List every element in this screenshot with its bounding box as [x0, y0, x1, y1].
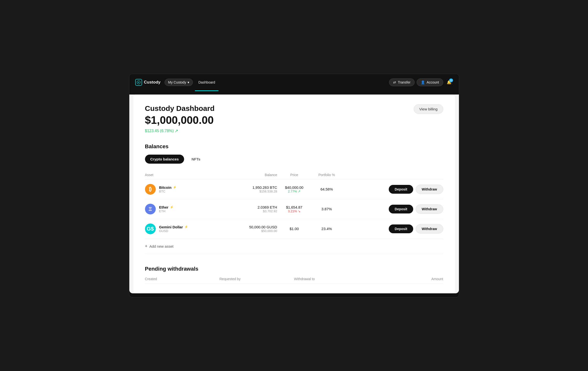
tab-crypto-balances[interactable]: Crypto balances	[145, 155, 184, 164]
content-card: Custody Dashboard $1,000,000.00 $123.45 …	[133, 95, 455, 293]
arrow-down-icon: ↘	[298, 209, 300, 213]
action-cell-btc: Deposit Withdraw	[342, 185, 443, 194]
asset-symbol-eth: ETH	[159, 209, 174, 213]
price-main-btc: $40,000.00	[277, 185, 311, 190]
change-amount: $123.45	[145, 129, 159, 133]
view-billing-button[interactable]: View billing	[414, 104, 443, 114]
asset-name-eth: Ether ⚡	[159, 205, 174, 209]
asset-symbol-btc: BTC	[159, 190, 177, 193]
deposit-button-gusd[interactable]: Deposit	[389, 224, 413, 233]
value-change: $123.45 (6.78%) ↗	[145, 128, 215, 134]
page-title: Custody Dashboard	[145, 104, 215, 113]
nav-mycustody[interactable]: My Custody ▾	[165, 79, 193, 86]
tab-nfts[interactable]: NFTs	[186, 155, 206, 164]
deposit-button-btc[interactable]: Deposit	[389, 185, 413, 194]
asset-table: Asset Balance Price Portfolio % ₿ Bit	[145, 170, 443, 239]
arrow-up-icon: ↗	[298, 190, 300, 193]
balance-main-eth: 2.0369 ETH	[225, 205, 277, 209]
price-change-btc: 2.77% ↗	[277, 190, 311, 193]
pending-col-amount: Amount	[369, 277, 443, 281]
coin-icon-gusd: G$	[145, 223, 156, 234]
coin-icon-eth: Ξ	[145, 204, 156, 214]
asset-cell-gusd: G$ Gemini Dollar ⚡ GUSD	[145, 223, 225, 234]
action-cell-eth: Deposit Withdraw	[342, 204, 443, 214]
add-asset-row[interactable]: + Add new asset	[145, 239, 443, 254]
change-percent: (6.78%)	[160, 129, 174, 133]
total-value: $1,000,000.00	[145, 114, 215, 126]
pending-col-withdrawal: Withdrawal to	[294, 277, 369, 281]
balance-main-btc: 1,950.283 BTC	[225, 185, 277, 190]
arrow-up-icon: ↗	[175, 128, 178, 134]
table-row: Ξ Ether ⚡ ETH 2.0369 ETH $3,702.92 $1,65…	[145, 199, 443, 219]
nav-dashboard-label: Dashboard	[198, 80, 215, 84]
withdraw-button-eth[interactable]: Withdraw	[416, 204, 443, 214]
table-header-row: Asset Balance Price Portfolio %	[145, 170, 443, 180]
top-nav: Custody My Custody ▾ Dashboard ⇄ Transfe…	[129, 74, 459, 91]
account-label: Account	[427, 80, 439, 84]
dashboard-info: Custody Dashboard $1,000,000.00 $123.45 …	[145, 104, 215, 134]
balances-title: Balances	[145, 143, 443, 150]
pending-col-requested: Requested by	[220, 277, 294, 281]
col-balance: Balance	[225, 170, 277, 180]
chevron-down-icon: ▾	[188, 80, 189, 84]
table-row: G$ Gemini Dollar ⚡ GUSD 50,000.00 GUSD $…	[145, 219, 443, 239]
col-portfolio: Portfolio %	[311, 170, 342, 180]
notifications-button[interactable]: 🔔 10	[445, 78, 453, 86]
asset-symbol-gusd: GUSD	[159, 229, 188, 233]
flash-icon-btc: ⚡	[173, 186, 177, 189]
coin-icon-btc: ₿	[145, 184, 156, 195]
add-asset-label: Add new asset	[149, 244, 173, 248]
main-content: Custody Dashboard $1,000,000.00 $123.45 …	[129, 95, 459, 293]
asset-cell-btc: ₿ Bitcoin ⚡ BTC	[145, 184, 225, 195]
account-button[interactable]: 👤 Account	[417, 78, 443, 86]
transfer-button[interactable]: ⇄ Transfer	[389, 78, 415, 86]
withdraw-button-btc[interactable]: Withdraw	[416, 185, 443, 194]
balance-main-gusd: 50,000.00 GUSD	[225, 225, 277, 229]
pending-table-header: Created Requested by Withdrawal to Amoun…	[145, 277, 443, 284]
pending-withdrawals-title: Pending withdrawals	[145, 266, 443, 272]
brand-label: Custody	[144, 80, 161, 85]
transfer-label: Transfer	[398, 80, 410, 84]
portfolio-btc: 64.58%	[311, 179, 342, 199]
portfolio-gusd: 23.4%	[311, 219, 342, 239]
notif-badge: 10	[449, 78, 453, 82]
add-icon: +	[145, 244, 148, 249]
pending-withdrawals-section: Pending withdrawals Created Requested by…	[145, 266, 443, 284]
balance-usd-btc: $158,538.28	[225, 190, 277, 193]
account-icon: 👤	[421, 80, 425, 84]
nav-mycustody-label: My Custody	[168, 80, 186, 84]
pending-col-created: Created	[145, 277, 220, 281]
balances-section: Balances Crypto balances NFTs Asset Bala…	[145, 143, 443, 254]
price-main-eth: $1,654.87	[277, 205, 311, 209]
flash-icon-gusd: ⚡	[184, 225, 188, 229]
col-price: Price	[277, 170, 311, 180]
asset-name-gusd: Gemini Dollar ⚡	[159, 225, 188, 229]
table-row: ₿ Bitcoin ⚡ BTC 1,950.283 BTC $158,538.2…	[145, 179, 443, 199]
action-cell-gusd: Deposit Withdraw	[342, 224, 443, 233]
asset-cell-eth: Ξ Ether ⚡ ETH	[145, 204, 225, 214]
balance-usd-eth: $3,702.92	[225, 209, 277, 213]
brand: Custody	[135, 79, 161, 86]
balances-tabs: Crypto balances NFTs	[145, 155, 443, 164]
asset-name-btc: Bitcoin ⚡	[159, 185, 177, 190]
price-main-gusd: $1.00	[277, 227, 311, 231]
withdraw-button-gusd[interactable]: Withdraw	[416, 224, 443, 233]
transfer-icon: ⇄	[393, 80, 396, 84]
app-screen: Custody My Custody ▾ Dashboard ⇄ Transfe…	[129, 74, 459, 297]
col-asset: Asset	[145, 170, 225, 180]
deposit-button-eth[interactable]: Deposit	[389, 205, 413, 213]
brand-icon	[135, 79, 142, 86]
nav-dashboard[interactable]: Dashboard	[195, 79, 219, 86]
price-change-eth: 3.21% ↘	[277, 209, 311, 213]
portfolio-eth: 3.87%	[311, 199, 342, 219]
flash-icon-eth: ⚡	[170, 205, 174, 209]
balance-usd-gusd: $50,000.00	[225, 229, 277, 233]
dashboard-header: Custody Dashboard $1,000,000.00 $123.45 …	[145, 104, 443, 134]
